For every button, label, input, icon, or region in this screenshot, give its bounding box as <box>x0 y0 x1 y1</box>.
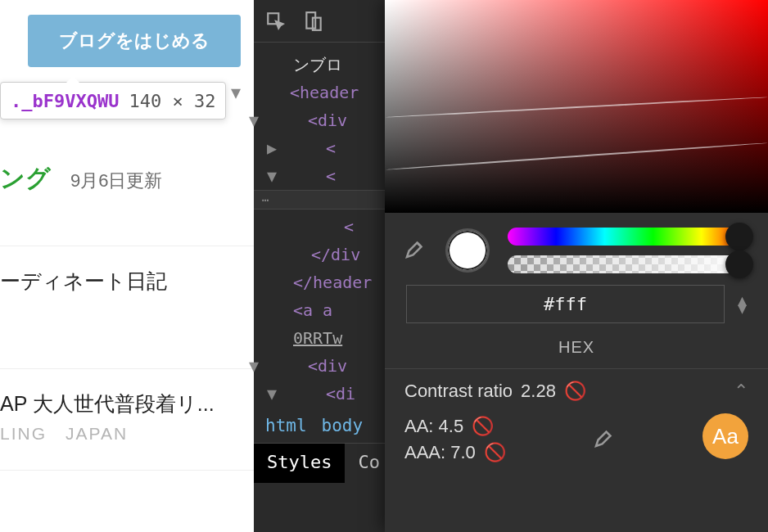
webpage-pane: ブログをはじめる ._bF9VXQWU 140 × 32 ング 9月6日更新 ー… <box>0 0 254 532</box>
aaa-label: AAA: <box>404 440 445 466</box>
color-swatch <box>445 228 490 273</box>
contrast-ratio-label: Contrast ratio <box>404 381 513 402</box>
fail-icon: 🚫 <box>484 440 506 466</box>
contrast-ratio-value: 2.28 <box>521 381 556 402</box>
contrast-sample-badge: Aa <box>702 413 748 459</box>
aa-label: AA: <box>404 413 433 440</box>
list-item-subtitle: LING JAPAN <box>0 422 254 445</box>
fail-icon: 🚫 <box>472 413 494 440</box>
inspect-element-icon[interactable] <box>265 11 287 32</box>
element-inspect-tooltip: ._bF9VXQWU 140 × 32 <box>0 82 226 119</box>
list-item[interactable]: ーディネート日記 <box>0 246 254 316</box>
color-picker-popover: ▴ ▾ HEX Contrast ratio 2.28 🚫 ⌃ AA: 4.5 … <box>385 0 768 532</box>
alpha-slider-thumb[interactable] <box>725 250 753 278</box>
hex-input[interactable] <box>406 285 725 323</box>
eyedropper-icon[interactable] <box>403 237 427 264</box>
aa-value: 4.5 <box>439 413 464 440</box>
saturation-lightness-area[interactable] <box>385 0 768 213</box>
breadcrumb-item[interactable]: html <box>265 416 307 435</box>
list-item-title: AP 大人世代普段着リ... <box>0 390 254 417</box>
ranking-header: ング 9月6日更新 <box>0 162 254 212</box>
aaa-value: 7.0 <box>450 440 476 466</box>
fail-icon: 🚫 <box>564 381 586 402</box>
hue-slider-thumb[interactable] <box>725 223 753 250</box>
start-blog-button[interactable]: ブログをはじめる <box>28 15 241 67</box>
list-item-title: ーディネート日記 <box>0 269 167 292</box>
color-format-label: HEX <box>385 330 768 368</box>
contrast-curve-icon <box>386 142 768 171</box>
background-eyedropper-icon[interactable] <box>592 426 617 453</box>
ranking-date: 9月6日更新 <box>70 169 162 193</box>
alpha-slider[interactable] <box>508 255 750 273</box>
contrast-curve-icon <box>385 97 767 118</box>
ranking-label: ング <box>0 162 51 196</box>
contrast-section: Contrast ratio 2.28 🚫 ⌃ AA: 4.5 🚫 AAA: 7… <box>385 368 768 477</box>
chevron-up-icon[interactable]: ⌃ <box>734 381 748 402</box>
hue-slider[interactable] <box>508 228 750 246</box>
color-format-stepper[interactable]: ▴ ▾ <box>738 296 747 313</box>
tooltip-dimensions: 140 × 32 <box>129 91 215 111</box>
svg-rect-1 <box>306 12 315 28</box>
list-item[interactable]: AP 大人世代普段着リ... LING JAPAN <box>0 368 254 471</box>
breadcrumb-item[interactable]: body <box>322 416 364 435</box>
tab-styles[interactable]: Styles <box>254 444 345 483</box>
tooltip-classname: ._bF9VXQWU <box>11 91 119 111</box>
device-toolbar-icon[interactable] <box>303 11 324 32</box>
chevron-down-icon: ▾ <box>738 304 747 313</box>
